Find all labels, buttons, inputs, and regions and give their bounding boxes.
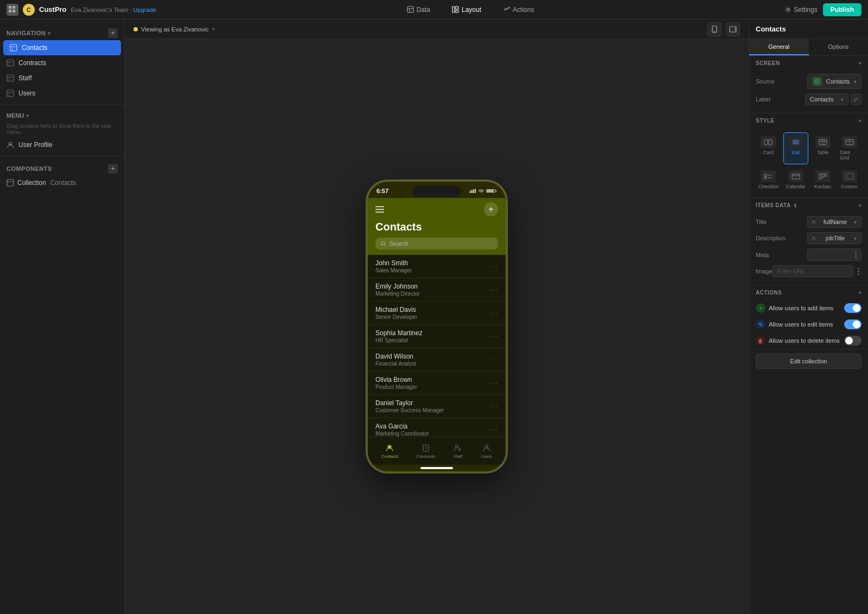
image-input-row: Enter URL xyxy=(773,265,861,277)
description-field-select[interactable]: A jobTitle ▾ xyxy=(807,232,861,244)
phone-tab-users[interactable]: Users xyxy=(481,443,492,459)
image-url-input[interactable]: Enter URL xyxy=(773,265,853,277)
action-add-toggle[interactable] xyxy=(844,303,861,313)
phone-search-placeholder: Search xyxy=(390,240,409,247)
canvas-controls xyxy=(707,22,740,36)
source-select[interactable]: Contacts ▾ xyxy=(807,74,861,89)
app-grid-icon[interactable] xyxy=(7,4,18,16)
svg-rect-55 xyxy=(819,139,827,145)
label-select[interactable]: Contacts ▾ xyxy=(805,93,848,105)
actions-section-header[interactable]: ACTIONS ▾ xyxy=(749,285,868,300)
phone-tab-staff[interactable]: Staff xyxy=(453,443,463,459)
panel-tab-general[interactable]: General xyxy=(749,39,809,55)
phone-tab-staff-label: Staff xyxy=(454,454,462,459)
panel-tab-options[interactable]: Options xyxy=(809,39,869,55)
phone-contact-item[interactable]: Ava Garcia Marketing Coordinator ··· xyxy=(368,418,506,437)
phone-contact-item[interactable]: Emily Johnson Marketing Director ··· xyxy=(368,278,506,302)
action-delete-row: 🗑 Allow users to delete items xyxy=(749,332,868,349)
action-add-row: + Allow users to add items xyxy=(749,300,868,316)
style-checklist-button[interactable]: Checklist xyxy=(756,167,781,193)
svg-rect-12 xyxy=(10,44,17,51)
contact-more-icon[interactable]: ··· xyxy=(491,356,498,363)
style-card-icon xyxy=(761,136,776,148)
contact-more-icon[interactable]: ··· xyxy=(491,332,498,340)
style-kanban-button[interactable]: Kanban xyxy=(810,167,835,193)
image-placeholder: Enter URL xyxy=(777,268,805,274)
phone-tab-contracts[interactable]: Contracts xyxy=(417,443,435,459)
style-kanban-label: Kanban xyxy=(814,184,831,189)
contact-more-icon[interactable]: ··· xyxy=(491,309,498,317)
action-edit-label: Allow users to edit items xyxy=(769,321,833,328)
sidebar-user-profile[interactable]: User Profile xyxy=(0,137,124,152)
contact-name: David Wilson xyxy=(375,353,416,360)
phone-hamburger-menu[interactable] xyxy=(375,206,384,213)
phone-tab-contacts[interactable]: Contacts xyxy=(381,443,399,459)
phone-contact-item[interactable]: John Smith Sales Manager ··· xyxy=(368,255,506,278)
settings-button[interactable]: Settings xyxy=(784,6,817,14)
navigation-add-button[interactable]: + xyxy=(108,28,118,38)
svg-rect-9 xyxy=(456,10,458,12)
items-data-title: ITEMS DATA ℹ xyxy=(756,202,796,208)
publish-button[interactable]: Publish xyxy=(823,3,861,16)
nav-tab-data[interactable]: Data xyxy=(403,4,435,16)
phone-contact-item[interactable]: David Wilson Financial Analyst ··· xyxy=(368,348,506,372)
contact-more-icon[interactable]: ··· xyxy=(491,263,498,270)
svg-rect-50 xyxy=(764,139,768,145)
style-section-header[interactable]: STYLE ▾ xyxy=(749,113,868,128)
components-add-button[interactable]: + xyxy=(108,164,118,174)
svg-rect-70 xyxy=(819,174,821,179)
style-data-grid-button[interactable]: Data Grid xyxy=(837,132,861,164)
style-table-button[interactable]: Table xyxy=(810,132,835,164)
viewing-as-chevron[interactable]: ▾ xyxy=(212,26,215,32)
sidebar-item-contracts[interactable]: Contracts xyxy=(0,55,124,71)
meta-field-select[interactable] xyxy=(807,248,861,261)
sidebar-item-staff[interactable]: Staff xyxy=(0,71,124,86)
contact-more-icon[interactable]: ··· xyxy=(491,426,498,433)
contact-more-icon[interactable]: ··· xyxy=(491,286,498,293)
screen-section-content: Source Contacts ▾ Label Contacts xyxy=(749,71,868,113)
svg-rect-21 xyxy=(7,90,14,97)
phone-view-button[interactable] xyxy=(707,22,722,36)
phone-add-contact-button[interactable]: + xyxy=(484,202,498,216)
label-edit-icon[interactable] xyxy=(851,94,861,105)
navigation-label: NAVIGATION ▾ xyxy=(7,30,51,36)
phone-header-top: + xyxy=(375,202,498,216)
title-field-select[interactable]: A fullName ▾ xyxy=(807,216,861,228)
svg-rect-0 xyxy=(9,6,11,9)
canvas: Viewing as Eva Zivanovic ▾ xyxy=(125,20,749,614)
screen-section-header[interactable]: SCREEN ▾ xyxy=(749,56,868,71)
items-data-header[interactable]: ITEMS DATA ℹ ▾ xyxy=(749,198,868,213)
contact-more-icon[interactable]: ··· xyxy=(491,379,498,387)
action-add-icon: + xyxy=(756,303,765,313)
action-edit-toggle[interactable] xyxy=(844,319,861,329)
contact-name: Emily Johnson xyxy=(375,283,420,290)
action-edit-left: ✎ Allow users to edit items xyxy=(756,319,833,329)
contact-name: Sophia Martinez xyxy=(375,329,423,337)
style-card-button[interactable]: Card xyxy=(756,132,781,164)
sidebar-item-users[interactable]: Users xyxy=(0,86,124,101)
nav-tab-layout[interactable]: Layout xyxy=(448,4,486,16)
contact-more-icon[interactable]: ··· xyxy=(491,402,498,410)
collection-item[interactable]: Collection Contacts xyxy=(0,176,124,190)
topbar-left: C CustPro Eva Zivanovic's Team · Upgrade xyxy=(7,4,156,16)
style-custom-button[interactable]: Custom xyxy=(837,167,861,193)
phone-contact-item[interactable]: Daniel Taylor Customer Success Manager ·… xyxy=(368,395,506,418)
phone-contact-item[interactable]: Michael Davis Senior Developer ··· xyxy=(368,302,506,325)
upgrade-link[interactable]: Upgrade xyxy=(133,7,156,13)
tablet-view-button[interactable] xyxy=(726,22,740,36)
nav-tab-actions[interactable]: Actions xyxy=(499,4,538,16)
edit-collection-button[interactable]: Edit collection xyxy=(756,354,861,369)
phone-screen-title: Contacts xyxy=(375,221,498,233)
style-calendar-button[interactable]: Calendar xyxy=(783,167,809,193)
style-list-button[interactable]: List xyxy=(783,132,809,164)
style-card-label: Card xyxy=(763,150,774,155)
phone-tab-bar: Contacts Contracts Staff Users xyxy=(368,437,506,465)
svg-point-46 xyxy=(485,445,488,448)
phone-mockup: 6:57 + xyxy=(366,180,507,473)
phone-contact-item[interactable]: Sophia Martinez HR Specialist ··· xyxy=(368,325,506,348)
phone-search-bar[interactable]: Search xyxy=(375,238,498,250)
contact-role: Sales Manager xyxy=(375,267,412,273)
phone-contact-item[interactable]: Olivia Brown Product Manager ··· xyxy=(368,372,506,395)
action-delete-toggle[interactable] xyxy=(844,336,861,346)
sidebar-item-contacts[interactable]: Contacts xyxy=(3,40,121,55)
